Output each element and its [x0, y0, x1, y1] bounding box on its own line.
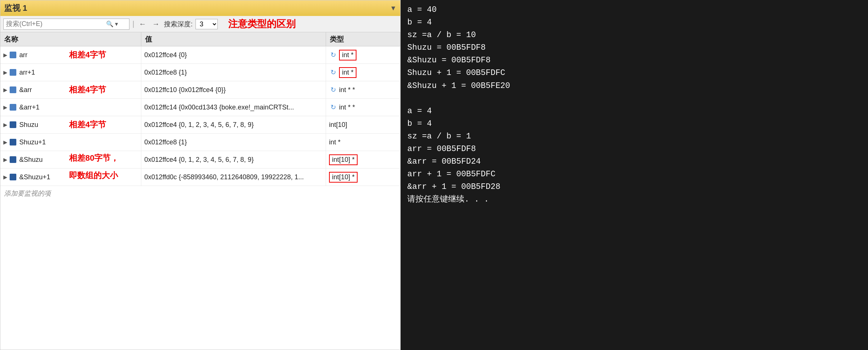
type-value: int *	[329, 138, 341, 146]
var-value: 0x012ffc10 {0x012ffce4 {0}}	[144, 86, 226, 94]
ann-diff4-3: 相差4字节	[69, 119, 106, 130]
type-cell: ↻ int * *	[326, 99, 400, 116]
type-value: int[10]	[329, 121, 347, 129]
depth-label: 搜索深度:	[164, 20, 193, 29]
value-cell: 0x012ffd0c {-858993460, 2112640809, 1992…	[141, 169, 326, 186]
notice-annotation: 注意类型的区别	[228, 17, 296, 30]
variable-icon	[10, 156, 16, 163]
expand-arrow[interactable]: ▶	[3, 122, 7, 128]
type-value: int *	[339, 67, 356, 78]
console-line	[407, 92, 861, 105]
watch-toolbar: 🔍 ▾ | ← → 搜索深度: 3 1 2 4 5 注意类型的区别	[0, 16, 400, 32]
console-line: b = 4	[407, 16, 861, 29]
console-line: &arr = 00B5FD24	[407, 156, 861, 168]
col-name: 名称	[0, 32, 141, 46]
col-value: 值	[141, 32, 326, 46]
value-cell: 0x012ffce4 {0, 1, 2, 3, 4, 5, 6, 7, 8, 9…	[141, 116, 326, 133]
name-cell: ▶ arr+1	[0, 64, 141, 81]
console-line: sz =a / b = 10	[407, 29, 861, 42]
search-button[interactable]: 🔍 ▾	[106, 20, 118, 27]
console-line: &Shuzu = 00B5FDF8	[407, 54, 861, 67]
type-cell: int *	[326, 134, 400, 151]
type-cell: int[10] *	[326, 151, 400, 168]
refresh-button[interactable]: ↻	[329, 102, 338, 112]
table-row: ▶ Shuzu+1 0x012ffce8 {1} int *	[0, 134, 400, 151]
expand-arrow[interactable]: ▶	[3, 69, 7, 75]
col-type: 类型	[326, 32, 400, 46]
nav-back-button[interactable]: ←	[137, 19, 148, 29]
table-row: ▶ &arr 相差4字节 0x012ffc10 {0x012ffce4 {0}}…	[0, 81, 400, 99]
name-cell: ▶ &Shuzu+1 即数组的大小	[0, 169, 141, 186]
separator: |	[132, 20, 134, 28]
expand-arrow[interactable]: ▶	[3, 174, 7, 180]
value-cell: 0x012ffc10 {0x012ffce4 {0}}	[141, 81, 326, 98]
ann-diff4-2: 相差4字节	[69, 84, 106, 95]
console-line: sz =a / b = 1	[407, 130, 861, 143]
console-line: Shuzu + 1 = 00B5FDFC	[407, 67, 861, 79]
value-cell: 0x012ffce4 {0, 1, 2, 3, 4, 5, 6, 7, 8, 9…	[141, 151, 326, 168]
console-panel: a = 40 b = 4 sz =a / b = 10 Shuzu = 00B5…	[401, 0, 868, 350]
expand-arrow[interactable]: ▶	[3, 52, 7, 58]
var-value: 0x012ffd0c {-858993460, 2112640809, 1992…	[144, 173, 304, 181]
name-cell: ▶ Shuzu 相差4字节	[0, 116, 141, 133]
type-cell: ↻ int * * 二级指针	[326, 81, 400, 98]
console-line: a = 4	[407, 105, 861, 118]
type-cell: int[10] *	[326, 169, 400, 186]
ann-diff4-1: 相差4字节	[69, 49, 106, 60]
watch-title: 监视 1	[4, 3, 27, 14]
console-line: arr + 1 = 00B5FDFC	[407, 168, 861, 181]
var-name: Shuzu+1	[19, 138, 46, 146]
expand-arrow[interactable]: ▶	[3, 104, 7, 110]
watch-collapse-icon[interactable]: ▼	[390, 4, 397, 12]
value-cell: 0x012ffce4 {0}	[141, 46, 326, 63]
table-header: 名称 值 类型	[0, 32, 400, 46]
refresh-button[interactable]: ↻	[329, 68, 338, 77]
console-line: &arr + 1 = 00B5FD28	[407, 181, 861, 193]
var-name: arr	[19, 51, 27, 59]
name-cell: ▶ &arr+1	[0, 99, 141, 116]
search-input[interactable]	[6, 20, 106, 28]
value-cell: 0x012ffce8 {1}	[141, 134, 326, 151]
console-line: Shuzu = 00B5FDF8	[407, 42, 861, 54]
expand-arrow[interactable]: ▶	[3, 157, 7, 163]
add-watch-row[interactable]: 添加要监视的项	[0, 186, 400, 201]
watch-panel: 监视 1 ▼ 🔍 ▾ | ← → 搜索深度: 3 1 2 4 5 注意类型的区别…	[0, 0, 401, 350]
name-cell: ▶ &arr 相差4字节	[0, 81, 141, 98]
watch-title-bar: 监视 1 ▼	[0, 0, 400, 16]
value-cell: 0x012ffc14 {0x00cd1343 {boke.exe!_mainCR…	[141, 99, 326, 116]
type-cell: int[10] 数组类型	[326, 116, 400, 133]
table-row: ▶ arr 相差4字节 0x012ffce4 {0} ↻ int * 一级指针	[0, 46, 400, 64]
variable-icon	[10, 52, 16, 58]
console-line: a = 40	[407, 4, 861, 16]
expand-arrow[interactable]: ▶	[3, 139, 7, 145]
variable-icon	[10, 121, 16, 128]
var-name: arr+1	[19, 69, 35, 76]
variable-icon	[10, 139, 16, 145]
var-value: 0x012ffce4 {0, 1, 2, 3, 4, 5, 6, 7, 8, 9…	[144, 156, 254, 164]
console-line: 请按任意键继续. . .	[407, 193, 861, 206]
type-cell: ↻ int *	[326, 64, 400, 81]
var-name: &arr	[19, 86, 32, 94]
name-cell: ▶ Shuzu+1	[0, 134, 141, 151]
type-value: int * *	[339, 86, 355, 94]
var-value: 0x012ffce4 {0}	[144, 51, 187, 59]
var-value: 0x012ffce8 {1}	[144, 69, 187, 76]
watch-table: 名称 值 类型 ▶ arr 相差4字节 0x012ffce4 {0} ↻ int	[0, 32, 400, 350]
type-value: int * *	[339, 104, 355, 111]
name-cell: ▶ &Shuzu 相差80字节，	[0, 151, 141, 168]
refresh-button[interactable]: ↻	[329, 85, 338, 95]
var-value: 0x012ffce4 {0, 1, 2, 3, 4, 5, 6, 7, 8, 9…	[144, 121, 254, 129]
nav-forward-button[interactable]: →	[151, 19, 161, 29]
table-row: ▶ Shuzu 相差4字节 0x012ffce4 {0, 1, 2, 3, 4,…	[0, 116, 400, 134]
variable-icon	[10, 86, 16, 93]
table-row: ▶ arr+1 0x012ffce8 {1} ↻ int *	[0, 64, 400, 81]
depth-select[interactable]: 3 1 2 4 5	[195, 19, 218, 29]
refresh-button[interactable]: ↻	[329, 50, 338, 60]
console-line: &Shuzu + 1 = 00B5FE20	[407, 80, 861, 92]
name-cell: ▶ arr 相差4字节	[0, 46, 141, 63]
type-value: int[10] *	[329, 172, 358, 183]
search-box[interactable]: 🔍 ▾	[3, 19, 129, 30]
expand-arrow[interactable]: ▶	[3, 87, 7, 93]
var-value: 0x012ffc14 {0x00cd1343 {boke.exe!_mainCR…	[144, 104, 294, 111]
variable-icon	[10, 104, 16, 111]
